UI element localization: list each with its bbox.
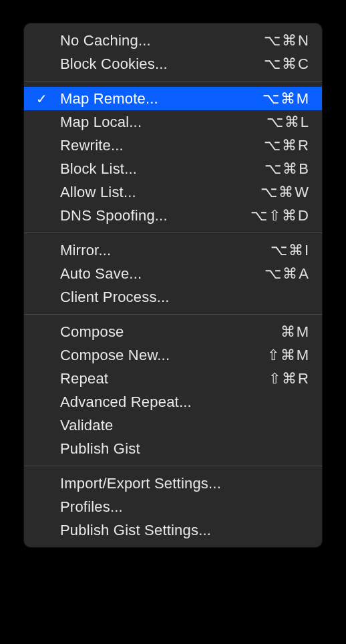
menu-item-label: No Caching... bbox=[60, 32, 264, 49]
menu-separator bbox=[24, 466, 322, 466]
menu-item-label: Publish Gist Settings... bbox=[60, 522, 310, 539]
menu-item-label: Compose bbox=[60, 323, 281, 341]
menu-item-dns-spoofing[interactable]: DNS Spoofing...⌥⇧⌘D bbox=[24, 204, 322, 227]
menu-item-shortcut: ⌥⌘R bbox=[264, 137, 310, 154]
menu-item-label: Block Cookies... bbox=[60, 55, 264, 73]
menu-item-import-export-settings[interactable]: Import/Export Settings... bbox=[24, 472, 322, 495]
menu-item-repeat[interactable]: Repeat⇧⌘R bbox=[24, 367, 322, 390]
menu-separator bbox=[24, 232, 322, 233]
menu-item-shortcut: ⌥⌘B bbox=[265, 160, 310, 178]
menu-item-shortcut: ⌘M bbox=[281, 323, 310, 341]
menu-item-label: Block List... bbox=[60, 160, 265, 178]
menu-item-client-process[interactable]: Client Process... bbox=[24, 285, 322, 309]
menu-item-label: Validate bbox=[60, 417, 310, 434]
menu-item-validate[interactable]: Validate bbox=[24, 414, 322, 437]
menu-item-compose[interactable]: Compose⌘M bbox=[24, 320, 322, 343]
menu-item-shortcut: ⇧⌘M bbox=[267, 347, 310, 364]
check-icon: ✓ bbox=[24, 91, 60, 107]
menu-separator bbox=[24, 81, 322, 82]
menu-item-block-cookies[interactable]: Block Cookies...⌥⌘C bbox=[24, 52, 322, 75]
menu-item-advanced-repeat[interactable]: Advanced Repeat... bbox=[24, 390, 322, 414]
menu-item-label: Repeat bbox=[60, 370, 269, 387]
menu-item-label: Map Local... bbox=[60, 114, 267, 131]
menu-item-block-list[interactable]: Block List...⌥⌘B bbox=[24, 157, 322, 180]
menu-item-shortcut: ⌥⌘W bbox=[261, 184, 310, 201]
menu-item-label: Publish Gist bbox=[60, 440, 310, 458]
menu-item-label: DNS Spoofing... bbox=[60, 207, 250, 224]
menu-item-label: Rewrite... bbox=[60, 137, 264, 154]
menu-item-shortcut: ⌥⌘L bbox=[267, 114, 310, 131]
menu-item-auto-save[interactable]: Auto Save...⌥⌘A bbox=[24, 262, 322, 285]
menu-item-shortcut: ⌥⌘N bbox=[264, 32, 310, 49]
menu-item-shortcut: ⌥⌘C bbox=[264, 55, 310, 73]
menu-item-map-local[interactable]: Map Local...⌥⌘L bbox=[24, 110, 322, 134]
menu-item-map-remote[interactable]: ✓Map Remote...⌥⌘M bbox=[24, 87, 322, 110]
menu-item-publish-gist[interactable]: Publish Gist bbox=[24, 437, 322, 460]
menu-item-label: Allow List... bbox=[60, 184, 261, 201]
menu-item-allow-list[interactable]: Allow List...⌥⌘W bbox=[24, 180, 322, 204]
menu-item-mirror[interactable]: Mirror...⌥⌘I bbox=[24, 238, 322, 262]
menu-item-label: Mirror... bbox=[60, 242, 271, 259]
context-menu: No Caching...⌥⌘NBlock Cookies...⌥⌘C✓Map … bbox=[24, 23, 322, 547]
menu-separator bbox=[24, 314, 322, 315]
menu-item-shortcut: ⇧⌘R bbox=[269, 370, 310, 387]
menu-item-profiles[interactable]: Profiles... bbox=[24, 495, 322, 518]
menu-item-label: Auto Save... bbox=[60, 265, 265, 283]
menu-item-label: Profiles... bbox=[60, 498, 310, 516]
menu-item-shortcut: ⌥⌘M bbox=[263, 90, 310, 108]
menu-item-publish-gist-settings[interactable]: Publish Gist Settings... bbox=[24, 518, 322, 542]
menu-item-label: Client Process... bbox=[60, 289, 310, 306]
menu-item-shortcut: ⌥⇧⌘D bbox=[250, 207, 310, 224]
menu-item-no-caching[interactable]: No Caching...⌥⌘N bbox=[24, 29, 322, 52]
menu-item-label: Map Remote... bbox=[60, 90, 263, 108]
menu-item-compose-new[interactable]: Compose New...⇧⌘M bbox=[24, 343, 322, 367]
menu-item-shortcut: ⌥⌘I bbox=[271, 242, 310, 259]
menu-item-label: Advanced Repeat... bbox=[60, 393, 310, 411]
menu-item-label: Import/Export Settings... bbox=[60, 475, 310, 492]
menu-item-rewrite[interactable]: Rewrite...⌥⌘R bbox=[24, 134, 322, 157]
menu-item-label: Compose New... bbox=[60, 347, 267, 364]
menu-item-shortcut: ⌥⌘A bbox=[265, 265, 310, 283]
